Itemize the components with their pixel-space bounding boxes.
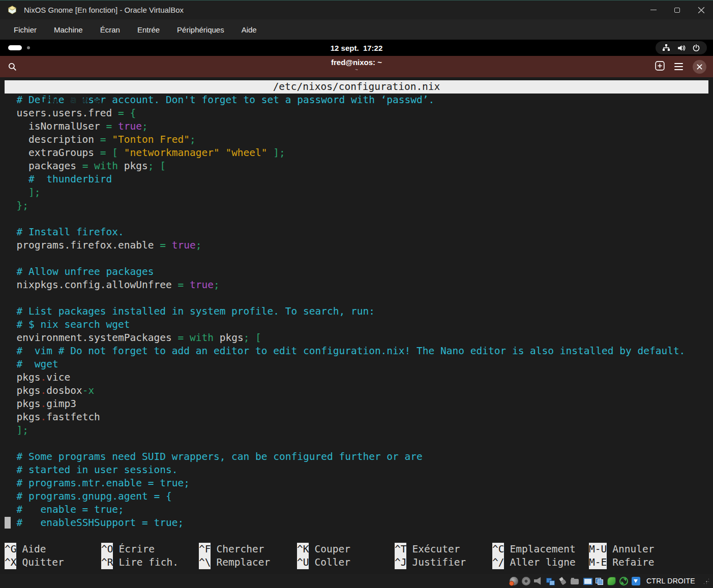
network-icon: [662, 44, 670, 52]
terminal-close-button[interactable]: [693, 60, 706, 74]
virtualbox-logo-icon: [7, 5, 18, 15]
code-segment: # Some programs need SUID wrappers, can …: [5, 451, 423, 462]
display-icon[interactable]: [583, 577, 591, 585]
code-segment: programs.firefox.enable: [5, 239, 160, 251]
workspace-inactive-dot: [27, 46, 30, 49]
hard-disk-icon[interactable]: [510, 577, 518, 585]
audio-icon[interactable]: [534, 577, 543, 585]
code-line: pkgs.dosbox-x: [5, 384, 708, 397]
code-segment: =: [100, 134, 112, 145]
code-segment: pkgs: [5, 411, 40, 423]
code-segment: vice: [46, 372, 70, 383]
shortcut-key: ^X: [5, 556, 16, 569]
menu-item-fichier[interactable]: Fichier: [5, 21, 45, 39]
code-segment: ];: [5, 187, 40, 198]
code-line: # enable = true;: [5, 503, 708, 516]
resize-grip[interactable]: [703, 578, 709, 584]
code-segment: ; [: [148, 160, 166, 172]
optical-disk-icon[interactable]: [522, 577, 530, 585]
code-segment: "networkmanager" "wheel": [124, 147, 268, 159]
code-segment: pkgs: [214, 332, 244, 344]
code-line: description = "Tonton Fred";: [5, 133, 708, 146]
nano-version: GNU nano 8.4: [28, 94, 112, 106]
mouse-integration-icon[interactable]: [619, 577, 628, 585]
code-line: ];: [5, 186, 708, 199]
window-titlebar: NixOS Gnome [En fonction] - Oracle Virtu…: [0, 0, 713, 19]
shortcut-label: Refaire: [612, 556, 654, 569]
code-line: };: [5, 199, 708, 212]
code-line: [5, 437, 708, 450]
code-segment: = with: [177, 332, 213, 344]
code-segment: description: [5, 134, 100, 145]
code-segment: # $ nix search wget: [5, 319, 130, 330]
code-line: nixpkgs.config.allowUnfree = true;: [5, 278, 708, 292]
terminal-subtitle: ~: [0, 67, 713, 73]
shortcut-remplacer: ^\Remplacer: [199, 556, 297, 569]
shortcut-key: ^G: [5, 543, 16, 556]
code-segment: # Install firefox.: [5, 226, 124, 238]
window-menu-button[interactable]: [674, 63, 683, 70]
code-line: packages = with pkgs; [: [5, 160, 708, 173]
shared-folder-icon[interactable]: [571, 577, 579, 585]
code-segment: pkgs: [118, 160, 148, 172]
network-icon[interactable]: [546, 577, 555, 585]
terminal-actions: [655, 60, 706, 74]
code-segment: ;: [196, 239, 202, 251]
code-segment: # programs.gnupg.agent = {: [5, 490, 172, 502]
new-tab-button[interactable]: [655, 61, 665, 73]
code-segment: .: [40, 372, 46, 383]
usb-icon[interactable]: [557, 575, 569, 587]
maximize-button[interactable]: [665, 1, 689, 19]
workspace-indicator[interactable]: [8, 45, 30, 50]
terminal-content[interactable]: GNU nano 8.4 /etc/nixos/configuration.ni…: [0, 77, 713, 574]
code-segment: };: [5, 200, 28, 211]
code-segment: "Tonton Fred": [112, 134, 190, 145]
minimize-icon: [650, 10, 657, 10]
system-tray[interactable]: [656, 41, 707, 54]
code-line: # Some programs need SUID wrappers, can …: [5, 450, 708, 463]
search-button[interactable]: [8, 62, 17, 71]
close-button[interactable]: [689, 1, 713, 19]
recording-icon[interactable]: [595, 577, 604, 585]
code-segment: ;: [214, 279, 220, 291]
nano-edit-area[interactable]: # Define a user account. Don't forget to…: [5, 94, 708, 530]
host-key-label: CTRL DROITE: [646, 577, 695, 585]
code-segment: = with: [82, 160, 118, 172]
clock[interactable]: 12 sept. 17:22: [0, 44, 713, 52]
code-segment: # Allow unfree packages: [5, 266, 154, 277]
new-tab-icon: [655, 61, 665, 71]
shortcut-label: Aide: [22, 543, 46, 556]
terminal-close-icon: [697, 64, 702, 70]
close-icon: [698, 7, 705, 14]
maximize-icon: [674, 8, 680, 13]
code-segment: # wget: [5, 358, 58, 370]
shortcut-key: ^/: [492, 556, 504, 569]
code-line: [5, 252, 708, 265]
menu-item-machine[interactable]: Machine: [45, 21, 92, 39]
code-line: users.users.fred = {: [5, 107, 708, 120]
code-line: # Install firefox.: [5, 226, 708, 239]
code-line: # enableSSHSupport = true;: [5, 516, 708, 530]
menu-item-ecran[interactable]: Écran: [92, 21, 129, 39]
code-line: # programs.gnupg.agent = {: [5, 490, 708, 503]
shortcut-key: ^C: [492, 543, 504, 556]
shortcut-justifier: ^JJustifier: [395, 556, 492, 569]
code-line: extraGroups = [ "networkmanager" "wheel"…: [5, 146, 708, 160]
shortcut-coller: ^UColler: [297, 556, 395, 569]
shortcut-key: ^\: [199, 556, 211, 569]
code-segment: isNormalUser: [5, 120, 106, 132]
shortcut-row: ^GAide^OÉcrire^FChercher^KCouper^TExécut…: [5, 543, 708, 556]
menu-item-entree[interactable]: Entrée: [129, 21, 168, 39]
features-icon[interactable]: [607, 577, 616, 585]
nano-shortcut-bar: ^GAide^OÉcrire^FChercher^KCouper^TExécut…: [5, 543, 708, 569]
menu-item-aide[interactable]: Aide: [233, 21, 265, 39]
code-segment: # List packages installed in system prof…: [5, 305, 375, 317]
shortcut-quitter: ^XQuitter: [5, 556, 101, 569]
code-segment: .: [40, 398, 46, 410]
power-icon: [692, 44, 700, 52]
menu-item-peripheriques[interactable]: Périphériques: [168, 21, 233, 39]
gnome-top-bar: 12 sept. 17:22: [0, 40, 713, 56]
keyboard-icon[interactable]: [632, 577, 640, 585]
minimize-button[interactable]: [641, 1, 665, 19]
shortcut-key: ^K: [297, 543, 309, 556]
